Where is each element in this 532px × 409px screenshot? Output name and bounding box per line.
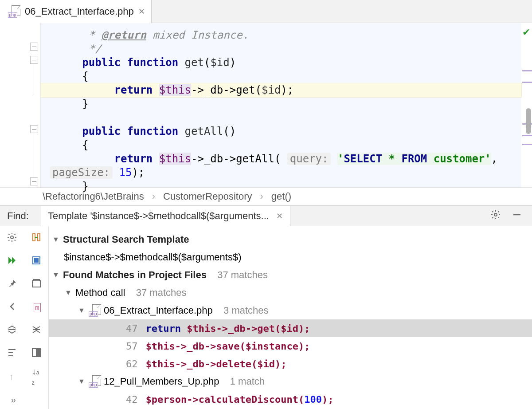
stop-icon[interactable] [31,255,42,268]
tree-file[interactable]: ▼ php 12_Pull_Members_Up.php 1 match [49,373,532,390]
usage-m-icon[interactable]: m [34,303,41,312]
rerun-icon[interactable] [7,255,17,268]
gear-icon[interactable] [490,209,501,223]
chevron-down-icon[interactable]: ▼ [51,236,60,244]
tree-group[interactable]: ▼ Method call 37 matches [49,284,532,302]
find-label: Find: [0,210,41,222]
find-results: m ↑ ↓az » ▼ Structural Search Template $… [0,226,532,409]
export-icon[interactable] [7,347,17,360]
tree-template: $instance$->$methodcall$($arguments$) [49,248,532,266]
navigate-source-icon[interactable] [31,232,42,245]
find-tab[interactable]: Template '$instance$->$methodcall$($argu… [41,206,290,226]
tree-match[interactable]: 47 return $this->_db->get($id); [49,319,532,337]
close-icon[interactable]: ✕ [276,211,283,221]
php-file-icon: php [8,5,20,18]
svg-point-0 [494,213,497,216]
tab-filename: 06_Extract_Interface.php [25,6,134,17]
svg-rect-4 [38,234,40,241]
tree-match[interactable]: 57 $this->_db->save($instance); [49,337,532,355]
svg-point-2 [11,236,13,239]
svg-rect-17 [36,349,40,357]
sort-icon[interactable]: ↓az [32,366,39,387]
find-tab-label: Template '$instance$->$methodcall$($argu… [48,210,269,222]
svg-rect-3 [33,234,35,241]
gear-icon[interactable] [7,232,17,245]
chevron-down-icon[interactable]: ▼ [77,307,86,315]
tree-found[interactable]: ▼ Found Matches in Project Files 37 matc… [49,266,532,284]
scroll-thumb[interactable] [526,108,531,134]
svg-rect-10 [33,279,39,281]
preview-icon[interactable] [31,347,42,360]
find-side-toolbar: m ↑ ↓az » [0,226,49,409]
chevron-down-icon[interactable]: ▼ [51,271,60,279]
collapse-all-icon[interactable] [31,324,42,337]
expand-all-icon[interactable] [7,324,17,337]
close-icon[interactable]: ✕ [138,7,145,16]
recent-icon[interactable] [31,278,42,291]
svg-rect-8 [35,259,38,262]
gutter[interactable] [0,23,41,187]
tree-match[interactable]: 42 $person->calculateDiscount(100); [49,390,532,408]
editor-tabbar: php 06_Extract_Interface.php ✕ [0,0,532,23]
find-toolwindow-header: Find: Template '$instance$->$methodcall$… [0,206,532,226]
find-tree[interactable]: ▼ Structural Search Template $instance$-… [49,226,532,409]
php-file-icon: php [89,375,101,388]
editor-tab[interactable]: php 06_Extract_Interface.php ✕ [0,0,152,23]
tree-match[interactable]: 62 $this->_db->delete($id); [49,355,532,373]
chevron-down-icon[interactable]: ▼ [64,289,73,297]
minimize-icon[interactable] [512,209,522,223]
code-area[interactable]: * @return mixed Instance. */ public func… [41,23,521,187]
marker-bar[interactable]: ✔ [521,23,532,187]
svg-rect-9 [32,281,40,287]
svg-marker-6 [12,257,16,264]
up-arrow-icon[interactable]: ↑ [9,372,14,382]
tree-file[interactable]: ▼ php 06_Extract_Interface.php 3 matches [49,302,532,319]
more-icon[interactable]: » [11,395,16,405]
pin-icon[interactable] [7,278,17,291]
php-file-icon: php [89,304,101,317]
inspection-ok-icon: ✔ [522,27,530,38]
editor: 💡 * @return mixed Instance. */ public fu… [0,23,532,187]
chevron-down-icon[interactable]: ▼ [77,378,86,385]
svg-marker-5 [8,257,12,264]
tree-header[interactable]: ▼ Structural Search Template [49,231,532,248]
prev-occurrence-icon[interactable] [8,301,18,314]
